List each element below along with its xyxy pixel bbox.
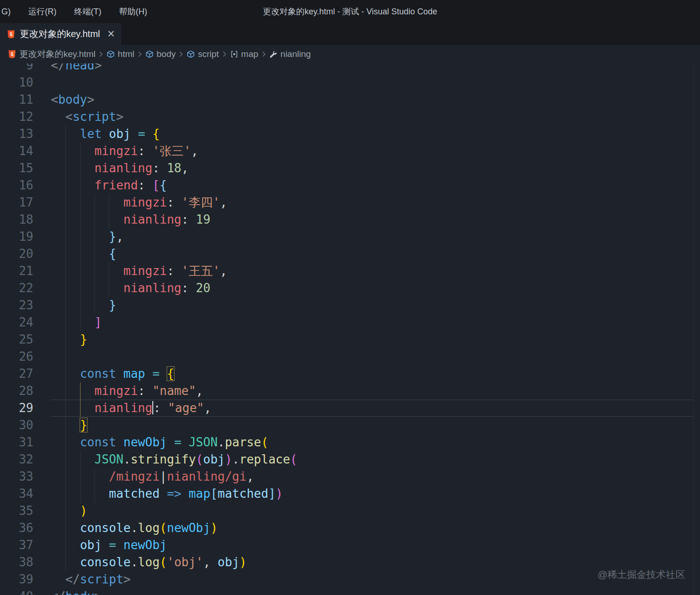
code-line[interactable]: </body> — [51, 588, 693, 595]
code-line[interactable]: friend: [{ — [51, 177, 693, 194]
line-number[interactable]: 27 — [0, 365, 33, 382]
line-number[interactable]: 17 — [0, 194, 33, 211]
code-line[interactable]: { — [51, 245, 693, 263]
code-line[interactable] — [51, 74, 693, 91]
breadcrumb-item[interactable]: nianling — [269, 49, 311, 59]
line-number[interactable]: 31 — [0, 434, 33, 451]
line-number[interactable]: 9 — [0, 63, 33, 74]
line-number[interactable]: 39 — [0, 571, 33, 588]
code-line[interactable]: } — [51, 331, 693, 348]
code-line[interactable]: obj = newObj — [51, 537, 693, 554]
line-number[interactable]: 21 — [0, 263, 33, 280]
tab-active[interactable]: 5 更改对象的key.html × — [0, 23, 122, 45]
code-line[interactable]: nianling: "age", — [51, 400, 693, 417]
code-token: } — [109, 298, 116, 312]
breadcrumb-label: nianling — [281, 49, 311, 59]
line-number[interactable]: 14 — [0, 143, 33, 160]
line-number[interactable]: 18 — [0, 211, 33, 228]
code-line[interactable]: const newObj = JSON.parse( — [51, 434, 693, 451]
breadcrumb-item[interactable]: script — [187, 49, 219, 59]
code-token — [51, 315, 94, 329]
code-line[interactable]: mingzi: '王五', — [51, 263, 693, 280]
code-line[interactable]: nianling: 19 — [51, 211, 693, 228]
line-number[interactable]: 29 — [0, 400, 33, 417]
line-number[interactable]: 32 — [0, 451, 33, 468]
code-line[interactable]: mingzi: '李四', — [51, 194, 693, 211]
code-line[interactable]: <script> — [51, 108, 693, 125]
menu-item[interactable]: 运行(R) — [19, 0, 65, 23]
code-token: map — [188, 487, 210, 501]
line-number[interactable]: 15 — [0, 160, 33, 177]
editor[interactable]: 9101112131415161718192021222324252627282… — [0, 63, 700, 595]
breadcrumb-item[interactable]: map — [230, 49, 258, 59]
code-token — [131, 127, 138, 141]
menu-item[interactable]: 终端(T) — [65, 0, 110, 23]
code-line[interactable]: } — [51, 297, 693, 314]
code-line[interactable]: console.log(newObj) — [51, 520, 693, 537]
html5-icon: 5 — [7, 50, 17, 59]
code-token: "name" — [152, 384, 196, 398]
close-icon[interactable]: × — [107, 28, 115, 40]
menu-bar: G)运行(R)终端(T)帮助(H) — [0, 0, 156, 23]
object-icon — [230, 50, 238, 58]
code-line[interactable]: } — [51, 417, 693, 434]
code-line[interactable]: <body> — [51, 91, 693, 108]
line-number[interactable]: 33 — [0, 468, 33, 485]
line-number[interactable]: 20 — [0, 245, 33, 263]
code-line[interactable]: </script> — [51, 571, 693, 588]
code-token: , — [247, 470, 254, 483]
line-number[interactable]: 26 — [0, 348, 33, 365]
code-line[interactable]: const map = { — [51, 365, 693, 382]
code-area[interactable]: </head><body> <script> let obj = { mingz… — [51, 63, 693, 595]
line-number[interactable]: 16 — [0, 177, 33, 194]
code-token: nianling/gi — [167, 470, 246, 483]
line-number[interactable]: 22 — [0, 280, 33, 297]
line-number[interactable]: 36 — [0, 520, 33, 537]
menu-item[interactable]: G) — [0, 0, 19, 23]
line-number[interactable]: 23 — [0, 297, 33, 314]
code-token: . — [124, 452, 131, 466]
code-token: JSON — [94, 452, 124, 466]
code-token: : — [167, 264, 181, 278]
code-line[interactable]: JSON.stringify(obj).replace( — [51, 451, 693, 468]
code-token — [160, 367, 167, 381]
code-token — [51, 144, 94, 158]
breadcrumb-item[interactable]: 5更改对象的key.html — [7, 48, 95, 60]
svg-text:5: 5 — [11, 51, 13, 57]
line-number[interactable]: 24 — [0, 314, 33, 331]
code-line[interactable]: matched => map[matched]) — [51, 485, 693, 502]
line-number[interactable]: 19 — [0, 228, 33, 245]
line-number[interactable]: 37 — [0, 537, 33, 554]
code-line[interactable]: /mingzi|nianling/gi, — [51, 468, 693, 485]
code-line[interactable]: mingzi: "name", — [51, 382, 693, 400]
code-line[interactable]: console.log('obj', obj) — [51, 554, 693, 571]
code-line[interactable]: ] — [51, 314, 693, 331]
line-number[interactable]: 28 — [0, 382, 33, 400]
line-number[interactable]: 10 — [0, 74, 33, 91]
code-line[interactable]: mingzi: '张三', — [51, 143, 693, 160]
code-token: body — [65, 589, 94, 595]
line-number[interactable]: 30 — [0, 417, 33, 434]
code-line[interactable]: ) — [51, 502, 693, 520]
code-line[interactable] — [51, 348, 693, 365]
line-number[interactable]: 40 — [0, 588, 33, 595]
line-number[interactable]: 34 — [0, 485, 33, 502]
breadcrumb-item[interactable]: html — [106, 49, 134, 59]
code-token: log — [138, 521, 160, 535]
code-token: [ — [210, 487, 218, 501]
code-token: </ — [51, 63, 65, 72]
menu-item[interactable]: 帮助(H) — [110, 0, 156, 23]
breadcrumb-item[interactable]: body — [145, 49, 175, 59]
line-number[interactable]: 35 — [0, 502, 33, 520]
vertical-scrollbar[interactable] — [694, 63, 700, 595]
code-line[interactable]: nianling: 18, — [51, 160, 693, 177]
code-line[interactable]: let obj = { — [51, 125, 693, 143]
line-number[interactable]: 13 — [0, 125, 33, 143]
line-number[interactable]: 12 — [0, 108, 33, 125]
line-number[interactable]: 25 — [0, 331, 33, 348]
line-number[interactable]: 11 — [0, 91, 33, 108]
code-line[interactable]: }, — [51, 228, 693, 245]
line-number[interactable]: 38 — [0, 554, 33, 571]
code-line[interactable]: nianling: 20 — [51, 280, 693, 297]
code-line[interactable]: </head> — [51, 63, 693, 74]
